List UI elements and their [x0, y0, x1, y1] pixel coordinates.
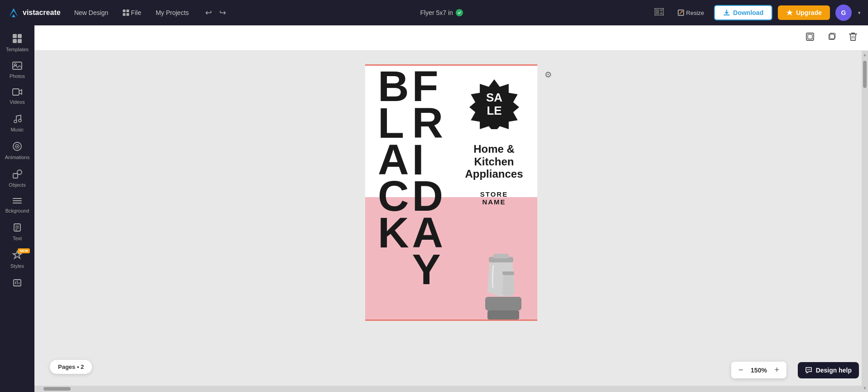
svg-rect-8: [660, 9, 663, 11]
project-status-icon: [456, 9, 463, 16]
svg-rect-15: [18, 39, 22, 43]
svg-point-25: [17, 170, 22, 174]
blender-area: [474, 249, 533, 319]
left-margin: [170, 64, 365, 336]
svg-rect-4: [123, 13, 125, 16]
background-icon: [12, 197, 22, 206]
zoom-level-display: 150%: [748, 367, 769, 374]
logo-icon: [7, 6, 20, 19]
undo-button[interactable]: ↩: [203, 6, 215, 19]
sidebar-item-text[interactable]: Text: [2, 218, 33, 246]
svg-rect-40: [485, 297, 521, 310]
horizontal-scrollbar[interactable]: [34, 386, 862, 392]
home-kitchen-text: Home &KitchenAppliances: [459, 143, 529, 180]
animations-label: Animations: [5, 155, 29, 160]
navbar: vistacreate New Design File My Projects …: [0, 0, 868, 25]
objects-icon: [12, 169, 22, 180]
photos-icon: [12, 61, 22, 72]
app-logo[interactable]: vistacreate: [7, 6, 61, 19]
music-icon: [13, 114, 22, 125]
canvas-scroll-area[interactable]: B L A C K F R I D A Y: [34, 51, 868, 392]
duplicate-tool-button[interactable]: [824, 29, 840, 46]
frame-tool-button[interactable]: [802, 29, 818, 46]
brand-icon: [13, 278, 22, 289]
text-icon: [13, 223, 22, 234]
project-title-area: Flyer 5x7 in: [420, 9, 463, 16]
objects-label: Objects: [9, 182, 25, 188]
background-label: Bckground: [5, 208, 29, 213]
duplicate-icon: [827, 32, 836, 41]
resize-button[interactable]: Resize: [673, 6, 709, 19]
vertical-scrollbar[interactable]: ▲ ▼: [862, 51, 868, 392]
svg-rect-13: [18, 34, 22, 38]
black-letter-k: K: [378, 214, 408, 251]
scroll-thumb[interactable]: [863, 61, 867, 88]
sidebar-item-background[interactable]: Bckground: [2, 192, 33, 218]
svg-marker-11: [786, 10, 793, 15]
scroll-up-arrow[interactable]: ▲: [861, 51, 868, 58]
download-button[interactable]: Download: [714, 5, 772, 20]
templates-label: Templates: [6, 47, 29, 52]
redo-button[interactable]: ↪: [217, 6, 229, 19]
sidebar-item-brand[interactable]: [2, 273, 33, 295]
download-icon: [723, 9, 730, 16]
videos-label: Videos: [10, 99, 24, 105]
chat-icon: [805, 367, 812, 374]
file-button[interactable]: File: [118, 6, 146, 19]
frame-icon: [805, 32, 815, 41]
canvas-container[interactable]: B L A C K F R I D A Y: [365, 64, 537, 321]
svg-point-44: [808, 369, 809, 370]
templates-icon: [12, 34, 22, 45]
new-badge: NEW: [18, 248, 30, 253]
undo-redo-group: ↩ ↪: [203, 6, 229, 19]
preview-button[interactable]: [651, 5, 667, 20]
preview-icon: [655, 8, 664, 15]
zoom-out-button[interactable]: −: [737, 364, 745, 376]
sidebar-item-templates[interactable]: Templates: [2, 29, 33, 57]
upgrade-button[interactable]: Upgrade: [778, 5, 830, 20]
main-area: B L A C K F R I D A Y: [34, 25, 868, 392]
svg-rect-35: [808, 34, 812, 39]
delete-icon: [849, 32, 857, 41]
right-margin: ⚙: [537, 64, 732, 336]
sidebar-item-objects[interactable]: Objects: [2, 165, 33, 192]
delete-tool-button[interactable]: [845, 29, 861, 46]
my-projects-button[interactable]: My Projects: [151, 6, 193, 19]
svg-point-20: [19, 119, 21, 122]
zoom-controls: − 150% +: [731, 362, 786, 378]
svg-rect-2: [123, 10, 125, 12]
sidebar-item-photos[interactable]: Photos: [2, 57, 33, 83]
pages-button[interactable]: Pages • 2: [50, 360, 92, 374]
canvas-toolbar: [34, 25, 868, 51]
svg-rect-3: [126, 10, 129, 12]
svg-rect-12: [13, 34, 17, 38]
sidebar-item-music[interactable]: Music: [2, 109, 33, 137]
sidebar-item-videos[interactable]: Videos: [2, 83, 33, 109]
styles-label: Styles: [10, 263, 24, 269]
svg-point-23: [17, 146, 18, 147]
logo-text: vistacreate: [23, 9, 61, 17]
flyer-design[interactable]: B L A C K F R I D A Y: [365, 66, 537, 319]
home-kitchen-area: Home &KitchenAppliances STORENAME: [459, 143, 529, 206]
sidebar-item-animations[interactable]: Animations: [2, 137, 33, 165]
scroll-down-arrow[interactable]: ▼: [861, 384, 868, 392]
grid-icon: [123, 10, 129, 16]
svg-point-45: [809, 369, 810, 370]
sidebar-item-styles[interactable]: NEW Styles: [2, 246, 33, 273]
store-name-text: STORENAME: [459, 190, 529, 206]
black-friday-text-area: B L A C K F R I D A Y: [378, 68, 442, 288]
svg-rect-24: [13, 174, 18, 178]
text-label: Text: [13, 236, 22, 241]
avatar-button[interactable]: G: [835, 5, 852, 21]
new-design-button[interactable]: New Design: [70, 6, 113, 19]
upgrade-icon: [786, 9, 793, 16]
zoom-in-button[interactable]: +: [772, 364, 781, 376]
bottom-crop-line: [365, 319, 537, 321]
h-scroll-thumb[interactable]: [43, 387, 71, 391]
canvas-settings-button[interactable]: ⚙: [545, 70, 552, 80]
resize-icon: [677, 9, 685, 16]
design-help-button[interactable]: Design help: [798, 362, 859, 378]
black-text-column: B L A C K: [378, 68, 408, 288]
project-title: Flyer 5x7 in: [420, 9, 453, 16]
scroll-track[interactable]: [862, 58, 868, 384]
